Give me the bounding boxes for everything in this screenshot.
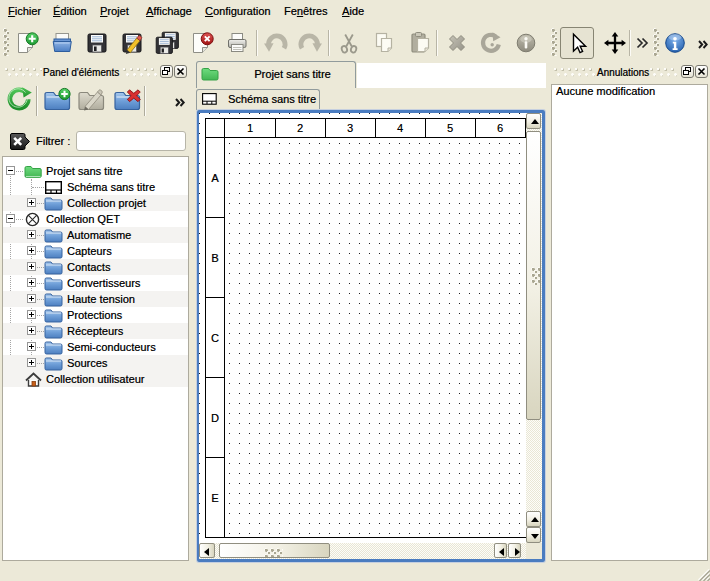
svg-text:2: 2 xyxy=(297,122,303,134)
svg-text:1: 1 xyxy=(247,122,253,134)
svg-text:B: B xyxy=(211,252,218,264)
svg-text:4: 4 xyxy=(397,122,403,134)
svg-text:5: 5 xyxy=(447,122,453,134)
svg-text:E: E xyxy=(211,492,218,504)
svg-text:D: D xyxy=(211,412,219,424)
svg-text:A: A xyxy=(211,172,219,184)
svg-text:C: C xyxy=(211,332,219,344)
svg-text:6: 6 xyxy=(497,122,503,134)
svg-text:3: 3 xyxy=(347,122,353,134)
